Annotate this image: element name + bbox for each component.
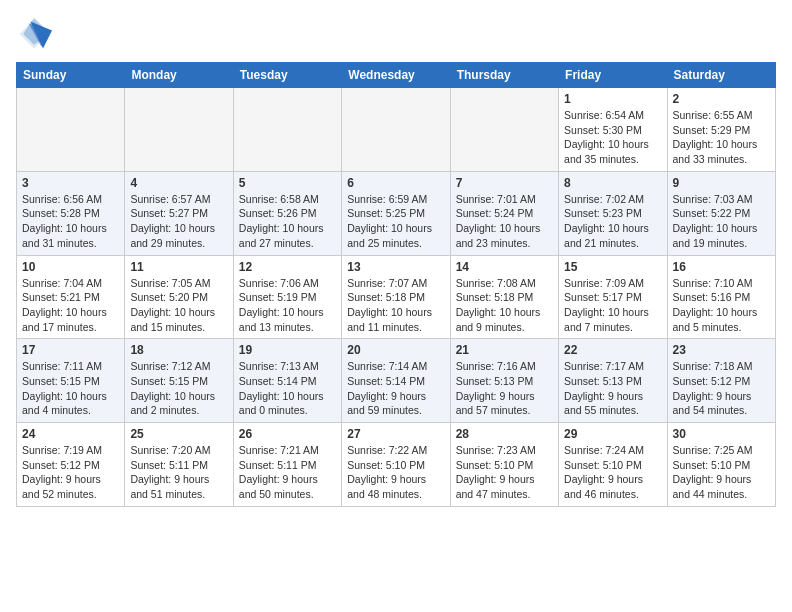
weekday-header-monday: Monday	[125, 63, 233, 88]
day-cell-30: 30Sunrise: 7:25 AM Sunset: 5:10 PM Dayli…	[667, 423, 775, 507]
day-info: Sunrise: 7:09 AM Sunset: 5:17 PM Dayligh…	[564, 276, 661, 335]
day-cell-3: 3Sunrise: 6:56 AM Sunset: 5:28 PM Daylig…	[17, 171, 125, 255]
day-cell-25: 25Sunrise: 7:20 AM Sunset: 5:11 PM Dayli…	[125, 423, 233, 507]
weekday-header-tuesday: Tuesday	[233, 63, 341, 88]
weekday-header-thursday: Thursday	[450, 63, 558, 88]
day-number: 15	[564, 260, 661, 274]
day-number: 5	[239, 176, 336, 190]
day-info: Sunrise: 7:08 AM Sunset: 5:18 PM Dayligh…	[456, 276, 553, 335]
day-number: 10	[22, 260, 119, 274]
day-cell-14: 14Sunrise: 7:08 AM Sunset: 5:18 PM Dayli…	[450, 255, 558, 339]
day-info: Sunrise: 7:22 AM Sunset: 5:10 PM Dayligh…	[347, 443, 444, 502]
day-cell-5: 5Sunrise: 6:58 AM Sunset: 5:26 PM Daylig…	[233, 171, 341, 255]
day-number: 11	[130, 260, 227, 274]
empty-cell	[342, 88, 450, 172]
week-row-3: 10Sunrise: 7:04 AM Sunset: 5:21 PM Dayli…	[17, 255, 776, 339]
day-cell-1: 1Sunrise: 6:54 AM Sunset: 5:30 PM Daylig…	[559, 88, 667, 172]
empty-cell	[17, 88, 125, 172]
page: SundayMondayTuesdayWednesdayThursdayFrid…	[0, 0, 792, 519]
day-number: 16	[673, 260, 770, 274]
day-number: 8	[564, 176, 661, 190]
day-cell-29: 29Sunrise: 7:24 AM Sunset: 5:10 PM Dayli…	[559, 423, 667, 507]
weekday-header-sunday: Sunday	[17, 63, 125, 88]
day-cell-2: 2Sunrise: 6:55 AM Sunset: 5:29 PM Daylig…	[667, 88, 775, 172]
day-cell-28: 28Sunrise: 7:23 AM Sunset: 5:10 PM Dayli…	[450, 423, 558, 507]
day-info: Sunrise: 6:55 AM Sunset: 5:29 PM Dayligh…	[673, 108, 770, 167]
day-info: Sunrise: 7:12 AM Sunset: 5:15 PM Dayligh…	[130, 359, 227, 418]
logo	[16, 16, 56, 52]
day-number: 24	[22, 427, 119, 441]
day-number: 1	[564, 92, 661, 106]
day-number: 27	[347, 427, 444, 441]
day-cell-8: 8Sunrise: 7:02 AM Sunset: 5:23 PM Daylig…	[559, 171, 667, 255]
day-cell-10: 10Sunrise: 7:04 AM Sunset: 5:21 PM Dayli…	[17, 255, 125, 339]
empty-cell	[450, 88, 558, 172]
day-cell-4: 4Sunrise: 6:57 AM Sunset: 5:27 PM Daylig…	[125, 171, 233, 255]
day-info: Sunrise: 7:02 AM Sunset: 5:23 PM Dayligh…	[564, 192, 661, 251]
day-info: Sunrise: 7:19 AM Sunset: 5:12 PM Dayligh…	[22, 443, 119, 502]
day-number: 3	[22, 176, 119, 190]
day-info: Sunrise: 6:58 AM Sunset: 5:26 PM Dayligh…	[239, 192, 336, 251]
day-cell-19: 19Sunrise: 7:13 AM Sunset: 5:14 PM Dayli…	[233, 339, 341, 423]
weekday-header-friday: Friday	[559, 63, 667, 88]
calendar-table: SundayMondayTuesdayWednesdayThursdayFrid…	[16, 62, 776, 507]
day-info: Sunrise: 7:14 AM Sunset: 5:14 PM Dayligh…	[347, 359, 444, 418]
day-info: Sunrise: 7:17 AM Sunset: 5:13 PM Dayligh…	[564, 359, 661, 418]
day-number: 6	[347, 176, 444, 190]
day-info: Sunrise: 6:57 AM Sunset: 5:27 PM Dayligh…	[130, 192, 227, 251]
day-info: Sunrise: 7:18 AM Sunset: 5:12 PM Dayligh…	[673, 359, 770, 418]
day-cell-9: 9Sunrise: 7:03 AM Sunset: 5:22 PM Daylig…	[667, 171, 775, 255]
day-info: Sunrise: 7:11 AM Sunset: 5:15 PM Dayligh…	[22, 359, 119, 418]
day-number: 21	[456, 343, 553, 357]
day-info: Sunrise: 7:05 AM Sunset: 5:20 PM Dayligh…	[130, 276, 227, 335]
day-number: 19	[239, 343, 336, 357]
header	[16, 16, 776, 52]
logo-icon	[16, 16, 52, 52]
day-cell-17: 17Sunrise: 7:11 AM Sunset: 5:15 PM Dayli…	[17, 339, 125, 423]
day-info: Sunrise: 7:01 AM Sunset: 5:24 PM Dayligh…	[456, 192, 553, 251]
day-cell-16: 16Sunrise: 7:10 AM Sunset: 5:16 PM Dayli…	[667, 255, 775, 339]
day-info: Sunrise: 7:06 AM Sunset: 5:19 PM Dayligh…	[239, 276, 336, 335]
day-cell-15: 15Sunrise: 7:09 AM Sunset: 5:17 PM Dayli…	[559, 255, 667, 339]
day-number: 18	[130, 343, 227, 357]
day-number: 4	[130, 176, 227, 190]
week-row-4: 17Sunrise: 7:11 AM Sunset: 5:15 PM Dayli…	[17, 339, 776, 423]
week-row-2: 3Sunrise: 6:56 AM Sunset: 5:28 PM Daylig…	[17, 171, 776, 255]
day-cell-18: 18Sunrise: 7:12 AM Sunset: 5:15 PM Dayli…	[125, 339, 233, 423]
day-number: 22	[564, 343, 661, 357]
day-cell-23: 23Sunrise: 7:18 AM Sunset: 5:12 PM Dayli…	[667, 339, 775, 423]
day-number: 17	[22, 343, 119, 357]
day-info: Sunrise: 7:13 AM Sunset: 5:14 PM Dayligh…	[239, 359, 336, 418]
day-cell-24: 24Sunrise: 7:19 AM Sunset: 5:12 PM Dayli…	[17, 423, 125, 507]
day-info: Sunrise: 7:24 AM Sunset: 5:10 PM Dayligh…	[564, 443, 661, 502]
day-cell-22: 22Sunrise: 7:17 AM Sunset: 5:13 PM Dayli…	[559, 339, 667, 423]
day-number: 20	[347, 343, 444, 357]
day-number: 30	[673, 427, 770, 441]
day-cell-12: 12Sunrise: 7:06 AM Sunset: 5:19 PM Dayli…	[233, 255, 341, 339]
day-cell-27: 27Sunrise: 7:22 AM Sunset: 5:10 PM Dayli…	[342, 423, 450, 507]
day-number: 25	[130, 427, 227, 441]
day-info: Sunrise: 7:21 AM Sunset: 5:11 PM Dayligh…	[239, 443, 336, 502]
day-cell-11: 11Sunrise: 7:05 AM Sunset: 5:20 PM Dayli…	[125, 255, 233, 339]
day-info: Sunrise: 7:03 AM Sunset: 5:22 PM Dayligh…	[673, 192, 770, 251]
day-info: Sunrise: 6:59 AM Sunset: 5:25 PM Dayligh…	[347, 192, 444, 251]
day-number: 12	[239, 260, 336, 274]
day-number: 26	[239, 427, 336, 441]
empty-cell	[233, 88, 341, 172]
weekday-header-row: SundayMondayTuesdayWednesdayThursdayFrid…	[17, 63, 776, 88]
day-info: Sunrise: 7:07 AM Sunset: 5:18 PM Dayligh…	[347, 276, 444, 335]
day-cell-21: 21Sunrise: 7:16 AM Sunset: 5:13 PM Dayli…	[450, 339, 558, 423]
empty-cell	[125, 88, 233, 172]
week-row-5: 24Sunrise: 7:19 AM Sunset: 5:12 PM Dayli…	[17, 423, 776, 507]
day-cell-6: 6Sunrise: 6:59 AM Sunset: 5:25 PM Daylig…	[342, 171, 450, 255]
day-info: Sunrise: 6:54 AM Sunset: 5:30 PM Dayligh…	[564, 108, 661, 167]
day-info: Sunrise: 7:20 AM Sunset: 5:11 PM Dayligh…	[130, 443, 227, 502]
day-number: 14	[456, 260, 553, 274]
day-number: 28	[456, 427, 553, 441]
day-number: 2	[673, 92, 770, 106]
day-info: Sunrise: 7:04 AM Sunset: 5:21 PM Dayligh…	[22, 276, 119, 335]
day-info: Sunrise: 7:10 AM Sunset: 5:16 PM Dayligh…	[673, 276, 770, 335]
day-number: 13	[347, 260, 444, 274]
weekday-header-wednesday: Wednesday	[342, 63, 450, 88]
day-info: Sunrise: 7:23 AM Sunset: 5:10 PM Dayligh…	[456, 443, 553, 502]
